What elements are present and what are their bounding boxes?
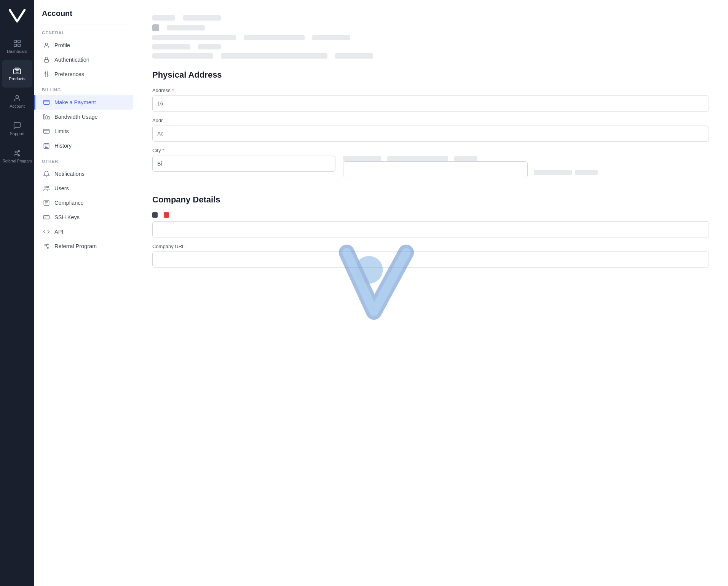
required-star: * bbox=[172, 88, 174, 93]
state-blur-row bbox=[343, 148, 709, 161]
blur-block bbox=[534, 170, 572, 175]
svg-point-18 bbox=[47, 75, 48, 76]
company-url-label: Company URL bbox=[152, 244, 709, 249]
sidebar-item-authentication[interactable]: Authentication bbox=[34, 53, 133, 67]
address-input[interactable] bbox=[152, 96, 709, 111]
svg-point-15 bbox=[45, 73, 46, 74]
state-col bbox=[343, 148, 709, 183]
blur-block bbox=[387, 156, 448, 161]
nav-item-account[interactable]: Account bbox=[2, 88, 32, 115]
sidebar-item-limits[interactable]: Limits bbox=[34, 124, 133, 139]
svg-rect-14 bbox=[45, 59, 49, 62]
blur-block bbox=[343, 156, 381, 161]
address2-field-group: Addr bbox=[152, 118, 709, 148]
company-details-title: Company Details bbox=[152, 195, 709, 205]
nav-item-dashboard[interactable]: Dashboard bbox=[2, 33, 32, 60]
zip-blur bbox=[534, 161, 709, 183]
company-name-group bbox=[152, 212, 709, 244]
svg-rect-4 bbox=[18, 44, 20, 46]
sidebar-section-other: OTHER bbox=[34, 153, 133, 167]
blur-block bbox=[221, 53, 327, 59]
required-star: * bbox=[162, 148, 164, 153]
blur-block bbox=[152, 44, 190, 49]
sidebar-item-ssh-keys[interactable]: SSH Keys bbox=[34, 210, 133, 225]
svg-rect-6 bbox=[15, 68, 19, 70]
svg-point-43 bbox=[47, 244, 48, 245]
svg-rect-26 bbox=[44, 129, 49, 134]
svg-rect-2 bbox=[18, 40, 20, 43]
company-required-block bbox=[164, 212, 169, 218]
sidebar-item-referral-program[interactable]: Referral Program bbox=[34, 239, 133, 253]
sidebar-item-preferences[interactable]: Preferences bbox=[34, 67, 133, 81]
blur-block bbox=[312, 35, 350, 40]
blur-block bbox=[167, 25, 205, 30]
sidebar-item-profile[interactable]: Profile bbox=[34, 38, 133, 53]
svg-point-35 bbox=[45, 186, 47, 188]
company-label-row bbox=[152, 212, 709, 218]
company-name-input[interactable] bbox=[152, 221, 709, 237]
sidebar-item-compliance[interactable]: Compliance bbox=[34, 196, 133, 210]
sidebar-item-notifications[interactable]: Notifications bbox=[34, 167, 133, 181]
svg-point-36 bbox=[47, 186, 49, 188]
address-label: Address * bbox=[152, 88, 709, 93]
svg-rect-29 bbox=[44, 143, 49, 149]
company-url-input[interactable] bbox=[152, 252, 709, 268]
svg-point-13 bbox=[45, 43, 48, 45]
blur-block bbox=[152, 35, 236, 40]
state-input[interactable] bbox=[343, 161, 528, 177]
svg-rect-5 bbox=[14, 69, 21, 74]
blur-block bbox=[335, 53, 373, 59]
sidebar-section-billing: BILLING bbox=[34, 81, 133, 95]
blurred-top-section bbox=[152, 15, 709, 59]
company-url-group: Company URL bbox=[152, 244, 709, 274]
state-input-row bbox=[343, 161, 709, 183]
blur-block bbox=[198, 44, 221, 49]
svg-rect-3 bbox=[14, 44, 16, 46]
blur-block bbox=[244, 35, 305, 40]
sidebar-item-api[interactable]: API bbox=[34, 225, 133, 239]
sidebar-title: Account bbox=[34, 0, 133, 24]
svg-rect-41 bbox=[44, 216, 49, 219]
svg-point-9 bbox=[16, 96, 18, 98]
svg-rect-1 bbox=[14, 40, 16, 43]
nav-logo bbox=[8, 6, 27, 25]
main-content: Physical Address Address * Addr City * bbox=[133, 0, 728, 586]
svg-rect-21 bbox=[44, 100, 49, 105]
address2-input[interactable] bbox=[152, 126, 709, 142]
city-state-row: City * bbox=[152, 148, 709, 183]
city-label: City * bbox=[152, 148, 335, 153]
physical-address-title: Physical Address bbox=[152, 70, 709, 80]
sidebar-section-general: GENERAL bbox=[34, 24, 133, 38]
svg-point-10 bbox=[15, 151, 18, 153]
blur-block bbox=[152, 24, 159, 31]
address2-label: Addr bbox=[152, 118, 709, 123]
city-col: City * bbox=[152, 148, 335, 183]
sidebar-item-history[interactable]: History bbox=[34, 139, 133, 153]
blur-block bbox=[152, 15, 175, 21]
city-input[interactable] bbox=[152, 156, 335, 172]
svg-rect-23 bbox=[44, 115, 45, 119]
svg-rect-24 bbox=[46, 116, 47, 119]
company-name-label-block bbox=[152, 212, 158, 218]
nav-item-support[interactable]: Support bbox=[2, 115, 32, 142]
blur-block bbox=[575, 170, 598, 175]
sidebar-item-users[interactable]: Users bbox=[34, 181, 133, 196]
blur-block bbox=[183, 15, 221, 21]
nav-bar: Dashboard Products Account Support bbox=[0, 0, 34, 586]
sidebar: Account GENERAL Profile Authentication P… bbox=[34, 0, 133, 586]
address-field-group: Address * bbox=[152, 88, 709, 118]
blur-block bbox=[152, 53, 213, 59]
blur-block bbox=[454, 156, 477, 161]
svg-line-46 bbox=[46, 245, 48, 248]
sidebar-item-make-payment[interactable]: Make a Payment bbox=[34, 95, 133, 110]
nav-item-products[interactable]: Products bbox=[2, 60, 32, 88]
svg-rect-25 bbox=[48, 116, 49, 119]
nav-item-referral[interactable]: Referral Program bbox=[2, 142, 32, 170]
sidebar-item-bandwidth[interactable]: Bandwidth Usage bbox=[34, 110, 133, 124]
